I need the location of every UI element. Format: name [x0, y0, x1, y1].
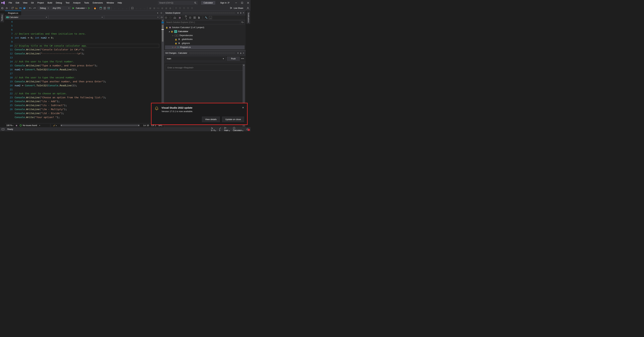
issues-indicator[interactable]: No issues found	[20, 124, 37, 127]
layout-icon-2[interactable]	[103, 6, 106, 10]
gitattributes-node[interactable]: 🔒 🗎 .gitattributes	[165, 37, 244, 41]
show-all-icon[interactable]	[194, 17, 196, 19]
sync-icon[interactable]	[189, 17, 192, 19]
sign-in-button[interactable]: Sign in	[220, 2, 230, 4]
commit-message-input[interactable]: Enter a message <Required>	[166, 65, 244, 71]
app-name: Calculator	[201, 1, 215, 5]
search-icon[interactable]: ▾	[240, 20, 245, 24]
menu-help[interactable]: Help	[116, 1, 124, 5]
save-icon[interactable]	[19, 6, 22, 10]
back-dropdown-icon[interactable]	[1, 6, 4, 10]
live-share-label[interactable]: Live Share	[234, 7, 243, 9]
solution-search-input[interactable]	[165, 20, 240, 24]
panel-menu-icon[interactable]: ▼	[237, 12, 239, 14]
save-all-icon[interactable]	[23, 6, 26, 10]
account-icon[interactable]	[246, 6, 250, 10]
svg-line-1	[196, 3, 196, 4]
layout-icon-1[interactable]	[99, 6, 102, 10]
back-icon[interactable]	[165, 17, 168, 19]
redo-icon[interactable]	[33, 6, 36, 10]
pin-icon[interactable]	[240, 12, 242, 14]
output-target[interactable]: Calculator ▴	[233, 127, 243, 131]
dependencies-node[interactable]: ▷ ⬚⬚ Dependencies	[165, 34, 244, 37]
layout-icon-3[interactable]	[107, 6, 110, 10]
split-editor-button[interactable]	[160, 15, 164, 19]
menu-git[interactable]: Git	[30, 1, 36, 5]
push-button[interactable]: Push	[227, 56, 240, 61]
menu-project[interactable]: Project	[36, 1, 46, 5]
properties-icon[interactable]: 🔧	[204, 16, 208, 19]
branch-dropdown[interactable]: main ▼	[165, 56, 226, 61]
live-share-icon[interactable]	[230, 6, 233, 10]
expand-icon[interactable]: ▷	[172, 46, 174, 49]
menu-edit[interactable]: Edit	[14, 1, 21, 5]
notifications-bell[interactable]: 1	[246, 128, 249, 131]
new-file-icon[interactable]	[11, 6, 14, 10]
code-text[interactable]: // Declare variables and then initialize…	[15, 19, 162, 123]
tab-dropdown-icon[interactable]: ▼	[157, 12, 158, 14]
menu-test[interactable]: Test	[64, 1, 71, 5]
panel-menu-icon[interactable]: ▼	[237, 52, 239, 54]
home-icon[interactable]	[174, 17, 177, 19]
menu-build[interactable]: Build	[46, 1, 54, 5]
open-folder-icon[interactable]	[15, 6, 18, 10]
bookmark-icon[interactable]	[131, 6, 134, 10]
preview-icon[interactable]: ⎵	[209, 16, 212, 19]
history-icon[interactable]: ▾	[185, 15, 188, 20]
scroll-thumb[interactable]	[162, 25, 164, 41]
undo-icon[interactable]	[29, 6, 32, 10]
config-dropdown[interactable]: Debug▼	[38, 6, 50, 10]
branch-status[interactable]: main ▴	[224, 127, 230, 131]
output-icon[interactable]	[2, 128, 4, 130]
start-no-debug-icon[interactable]	[88, 6, 91, 10]
zoom-level[interactable]: 100 % ▾	[6, 124, 13, 127]
hot-reload-icon: 🔥	[93, 6, 96, 10]
nav-class-dropdown[interactable]: ▼	[48, 15, 104, 19]
menu-debug[interactable]: Debug	[54, 1, 64, 5]
gear-icon[interactable]	[160, 12, 162, 14]
start-target-dropdown[interactable]: Calculator▼	[76, 7, 87, 9]
tool-icon-d: ⎵	[125, 6, 128, 10]
pin-icon[interactable]	[240, 52, 242, 54]
menu-analyze[interactable]: Analyze	[72, 1, 82, 5]
menu-window[interactable]: Window	[105, 1, 116, 5]
search-icon	[194, 2, 196, 4]
brush-icon[interactable]: 🖌 ▾	[53, 124, 56, 127]
gitignore-node[interactable]: 🔒 🗎 .gitignore	[165, 41, 244, 45]
update-on-close-button[interactable]: Update on close	[222, 117, 244, 122]
program-cs-node[interactable]: ▷ ✔ C# Program.cs	[165, 45, 244, 49]
project-node[interactable]: ◢ 🔒 C# Calculator	[165, 30, 244, 34]
forward-icon[interactable]	[5, 6, 8, 10]
nav-member-dropdown[interactable]: ▼	[104, 15, 160, 19]
start-button[interactable]	[72, 6, 75, 10]
horizontal-scrollbar[interactable]	[60, 124, 140, 126]
nav-project-dropdown[interactable]: C# Calculator▼	[5, 15, 48, 19]
close-button[interactable]	[247, 2, 249, 4]
view-details-button[interactable]: View details	[202, 117, 220, 122]
menu-file[interactable]: File	[7, 1, 14, 5]
solution-tree[interactable]: 🔒 ▣ Solution 'Calculator' (1 of 1 projec…	[164, 25, 246, 50]
expand-icon[interactable]: ▷	[172, 34, 174, 37]
scroll-up-icon[interactable]: ▲	[162, 20, 164, 21]
collapse-all-icon[interactable]	[198, 17, 201, 19]
switch-view-icon[interactable]: ◨	[178, 16, 181, 19]
close-panel-icon[interactable]: ✕	[243, 52, 244, 54]
solution-search[interactable]: ▾	[165, 20, 245, 24]
expand-icon[interactable]: ◢	[169, 30, 170, 33]
intellicode-icon[interactable]: ◉	[16, 124, 17, 127]
toast-close-button[interactable]: ✕	[242, 106, 244, 109]
code-editor[interactable]: 4567891011121314151617181920212223242526…	[5, 19, 164, 123]
close-panel-icon[interactable]: ✕	[243, 12, 244, 14]
pending-changes[interactable]: 1	[219, 127, 221, 131]
menu-tools[interactable]: Tools	[82, 1, 91, 5]
solution-node[interactable]: 🔒 ▣ Solution 'Calculator' (1 of 1 projec…	[165, 26, 244, 30]
minimize-button[interactable]	[235, 2, 237, 4]
file-tab-program[interactable]: Program.cs	[5, 11, 21, 15]
menu-view[interactable]: View	[21, 1, 29, 5]
sync-status[interactable]: 3 / 0 ▴	[211, 127, 216, 131]
search-box[interactable]: Search (Ctrl+Q)	[158, 1, 198, 5]
more-options-icon[interactable]: •••	[241, 57, 244, 60]
menu-extensions[interactable]: Extensions	[91, 1, 104, 5]
platform-dropdown[interactable]: Any CPU▼	[51, 6, 71, 10]
maximize-button[interactable]	[241, 2, 243, 4]
